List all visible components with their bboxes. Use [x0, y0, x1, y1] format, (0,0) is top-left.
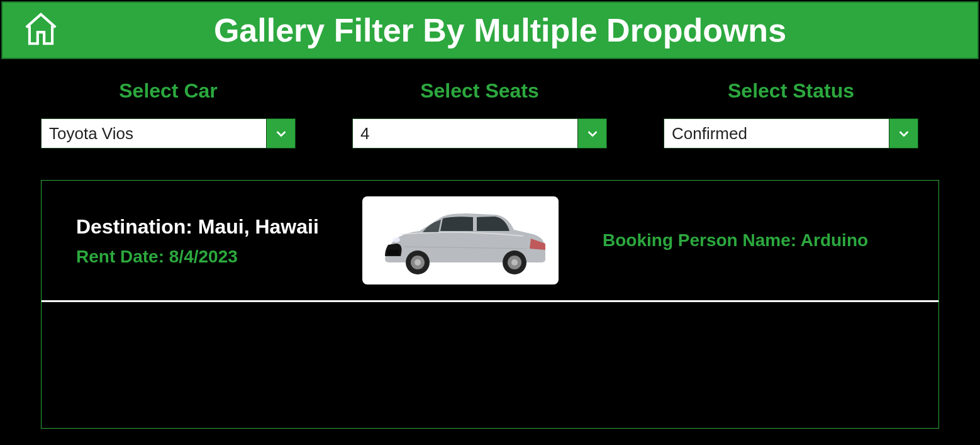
status-dropdown[interactable]: Confirmed — [664, 118, 918, 149]
filter-status: Select Status Confirmed — [664, 79, 918, 149]
booking-person-text: Booking Person Name: Arduino — [603, 230, 868, 251]
svg-point-3 — [415, 259, 421, 266]
car-image — [362, 196, 559, 284]
filter-seats-label: Select Seats — [420, 79, 539, 103]
page-title: Gallery Filter By Multiple Dropdowns — [73, 11, 977, 49]
svg-point-6 — [511, 259, 518, 266]
gallery-panel: Destination: Maui, Hawaii Rent Date: 8/4… — [41, 180, 939, 429]
chevron-down-icon — [889, 119, 918, 148]
filter-car-label: Select Car — [119, 79, 218, 103]
filters-row: Select Car Toyota Vios Select Seats 4 Se… — [41, 79, 939, 149]
gallery-row[interactable]: Destination: Maui, Hawaii Rent Date: 8/4… — [42, 181, 938, 302]
svg-rect-7 — [387, 250, 399, 255]
filter-status-label: Select Status — [728, 79, 854, 103]
svg-point-8 — [393, 237, 400, 242]
destination-column: Destination: Maui, Hawaii Rent Date: 8/4… — [76, 214, 337, 267]
car-dropdown-value: Toyota Vios — [42, 119, 266, 148]
content-area: Select Car Toyota Vios Select Seats 4 Se… — [0, 60, 980, 429]
seats-dropdown-value: 4 — [353, 119, 577, 148]
chevron-down-icon — [577, 119, 606, 148]
seats-dropdown[interactable]: 4 — [352, 118, 607, 149]
rent-date-text: Rent Date: 8/4/2023 — [76, 247, 337, 267]
car-dropdown[interactable]: Toyota Vios — [41, 118, 296, 149]
status-dropdown-value: Confirmed — [664, 119, 889, 148]
destination-text: Destination: Maui, Hawaii — [76, 214, 337, 240]
home-icon[interactable] — [21, 9, 60, 51]
header-bar: Gallery Filter By Multiple Dropdowns — [1, 1, 979, 59]
filter-car: Select Car Toyota Vios — [41, 79, 296, 149]
filter-seats: Select Seats 4 — [352, 79, 607, 149]
chevron-down-icon — [266, 119, 295, 148]
